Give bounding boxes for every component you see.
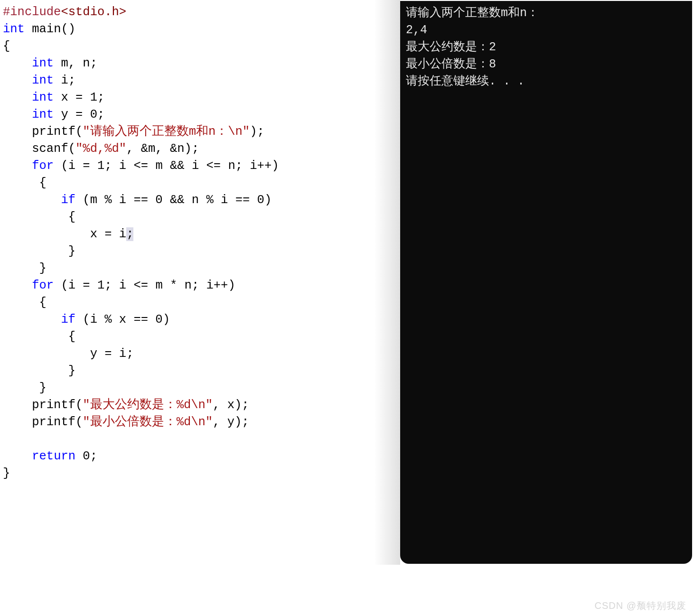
preprocessor-directive: #include — [3, 5, 61, 19]
watermark-text: CSDN @颓特别我废 — [594, 599, 686, 612]
scanf-call: scanf( — [3, 142, 75, 156]
brace-open: { — [3, 39, 10, 53]
if-condition-1: (m % i == 0 && n % i == 0) — [75, 193, 272, 207]
indent — [3, 279, 32, 292]
console-output[interactable]: 请输入两个正整数m和n： 2,4 最大公约数是：2 最小公倍数是：8 请按任意键… — [400, 1, 692, 564]
decl-y: y = 0; — [54, 108, 104, 121]
keyword-if: if — [61, 313, 75, 327]
printf-args: , y); — [213, 415, 249, 429]
decl-mn: m, n; — [54, 56, 97, 70]
assign-x: x = i — [3, 227, 126, 241]
scanf-args: , &m, &n); — [126, 142, 199, 156]
brace-open: { — [3, 296, 47, 309]
indent — [3, 108, 32, 121]
brace-close: } — [3, 381, 47, 395]
printf-call: printf( — [3, 415, 83, 429]
indent — [3, 449, 32, 463]
code-editor[interactable]: #include<stdio.h> int main() { int m, n;… — [0, 0, 394, 616]
keyword-int: int — [3, 22, 25, 36]
brace-open: { — [3, 176, 47, 190]
indent — [3, 91, 32, 104]
brace-open: { — [3, 210, 75, 224]
string-literal: "请输入两个正整数m和n：\n" — [83, 125, 250, 139]
decl-x: x = 1; — [54, 91, 104, 104]
console-line: 最大公约数是：2 — [406, 40, 496, 54]
console-line: 2,4 — [406, 23, 427, 37]
stmt-end: ); — [250, 125, 264, 139]
for-condition-1: (i = 1; i <= m && i <= n; i++) — [54, 159, 279, 173]
indent — [3, 56, 32, 70]
keyword-if: if — [61, 193, 75, 207]
string-literal: "最小公倍数是：%d\n" — [83, 415, 213, 429]
indent — [3, 313, 61, 327]
string-literal: "%d,%d" — [75, 142, 126, 156]
printf-call: printf( — [3, 125, 83, 139]
angle-bracket-close: > — [119, 5, 126, 19]
if-condition-2: (i % x == 0) — [75, 313, 170, 327]
keyword-int: int — [32, 91, 54, 104]
decl-i: i; — [54, 74, 75, 87]
assign-y: y = i; — [3, 347, 133, 361]
brace-open: { — [3, 330, 75, 344]
main-signature: main() — [25, 22, 75, 36]
return-value: 0; — [75, 449, 97, 463]
keyword-int: int — [32, 108, 54, 121]
printf-args: , x); — [213, 398, 249, 412]
for-condition-2: (i = 1; i <= m * n; i++) — [54, 279, 235, 292]
cursor-highlight: ; — [126, 227, 133, 241]
printf-call: printf( — [3, 398, 83, 412]
indent — [3, 159, 32, 173]
angle-bracket-open: < — [61, 5, 68, 19]
console-line: 请按任意键继续. . . — [406, 75, 525, 88]
keyword-for: for — [32, 159, 54, 173]
keyword-int: int — [32, 74, 54, 87]
console-line: 最小公倍数是：8 — [406, 57, 496, 71]
brace-close: } — [3, 467, 10, 480]
console-line: 请输入两个正整数m和n： — [406, 6, 539, 20]
brace-close: } — [3, 244, 75, 258]
keyword-for: for — [32, 279, 54, 292]
string-literal: "最大公约数是：%d\n" — [83, 398, 213, 412]
brace-close: } — [3, 261, 47, 275]
brace-close: } — [3, 364, 75, 378]
include-header: stdio.h — [68, 5, 119, 19]
keyword-return: return — [32, 449, 75, 463]
keyword-int: int — [32, 56, 54, 70]
indent — [3, 74, 32, 87]
indent — [3, 193, 61, 207]
